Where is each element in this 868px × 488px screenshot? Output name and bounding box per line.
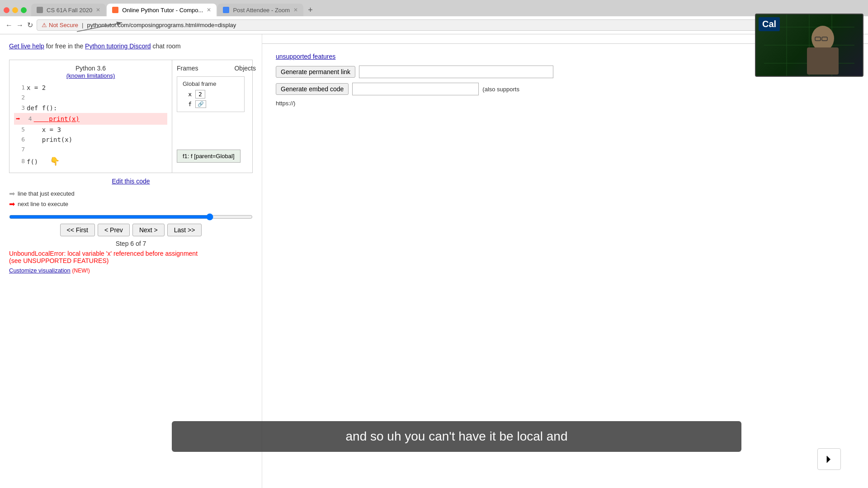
tab-close-pythontutor[interactable]: ✕ xyxy=(207,7,211,13)
code-line-6: 6 print(x) xyxy=(14,135,167,145)
perm-link-input[interactable] xyxy=(359,66,553,78)
tab-close-cs61a[interactable]: ✕ xyxy=(96,7,100,13)
current-line-arrow: ➡ xyxy=(16,113,20,125)
nav-buttons: << First < Prev Next > Last >> xyxy=(9,224,253,236)
also-supports-text: (also supports xyxy=(482,86,519,93)
code-line-4: ➡ 4 print(x) xyxy=(14,113,167,125)
f1-frame-label: f1: f [parent=Global] xyxy=(183,153,235,160)
generate-perm-link-button[interactable]: Generate permanent link xyxy=(276,66,355,78)
legend: ➡ line that just executed ➡ next line to… xyxy=(9,189,253,208)
live-help-bar: Get live help for free in the Python tut… xyxy=(9,39,253,55)
tab-cs61a[interactable]: CS 61A Fall 2020 ✕ xyxy=(31,4,106,16)
prev-button[interactable]: < Prev xyxy=(98,224,130,236)
traffic-light-green[interactable] xyxy=(21,7,27,13)
error-see-prefix: (see xyxy=(9,257,23,264)
tab-bar: CS 61A Fall 2020 ✕ Online Python Tutor -… xyxy=(0,0,868,16)
limitations-link[interactable]: (known limitations) xyxy=(66,72,115,79)
var-x-name: x xyxy=(183,91,192,98)
code-lines: 1 x = 2 2 3 def f(): ➡ xyxy=(14,83,167,168)
tab-label-pythontutor: Online Python Tutor - Compo... xyxy=(122,7,203,14)
frames-objects-panel: Frames Objects Global frame x 2 xyxy=(172,60,262,173)
tab-close-zoom[interactable]: ✕ xyxy=(293,7,298,13)
reload-button[interactable]: ↻ xyxy=(27,21,33,29)
code-line-7: 7 xyxy=(14,145,167,155)
play-button-overlay[interactable]: ⏵ xyxy=(817,448,841,470)
play-icon[interactable]: ⏵ xyxy=(824,453,834,465)
frames-objects-header: Frames Objects xyxy=(177,65,262,72)
tab-pythontutor[interactable]: Online Python Tutor - Compo... ✕ xyxy=(107,4,217,16)
var-f-name: f xyxy=(183,101,192,108)
traffic-light-red[interactable] xyxy=(4,7,9,13)
global-frame-title: Global frame xyxy=(183,80,239,87)
tab-label-cs61a: CS 61A Fall 2020 xyxy=(47,7,92,14)
tab-favicon-pythontutor xyxy=(112,7,118,13)
code-line-8: 8 f() 👇 xyxy=(14,155,167,168)
browser-chrome: CS 61A Fall 2020 ✕ Online Python Tutor -… xyxy=(0,0,868,34)
step-info: Step 6 of 7 xyxy=(9,240,253,247)
customize-viz-link[interactable]: Customize visualization xyxy=(9,267,71,274)
cal-badge: Cal xyxy=(759,17,780,31)
back-button[interactable]: ← xyxy=(5,21,13,29)
code-line-4-content: print(x) xyxy=(34,114,80,124)
frames-viz: Global frame x 2 f 🔗 xyxy=(177,76,262,163)
frames-column: Global frame x 2 f 🔗 xyxy=(177,76,262,163)
code-line-3: 3 def f(): xyxy=(14,103,167,113)
edit-link-container: Edit this code xyxy=(9,178,253,185)
frames-label: Frames xyxy=(177,65,198,72)
arrow-svg xyxy=(181,117,262,144)
frame-row-x: x 2 xyxy=(183,90,239,99)
live-help-middle: for free in the xyxy=(44,42,85,50)
last-button[interactable]: Last >> xyxy=(167,224,202,236)
var-x-value: 2 xyxy=(195,90,205,99)
security-warning: ⚠ Not Secure xyxy=(42,22,78,28)
visualization-container: Python 3.6 (known limitations) 1 x = 2 2 xyxy=(9,60,253,173)
caption-overlay: and so uh you can't have it be local and xyxy=(172,421,741,452)
legend-item-next: ➡ next line to execute xyxy=(9,200,253,208)
objects-label: Objects xyxy=(234,65,255,72)
legend-arrow-gray: ➡ xyxy=(9,189,15,198)
edit-code-link[interactable]: Edit this code xyxy=(112,178,150,185)
customize-link: Customize visualization (NEW!) xyxy=(9,267,253,274)
traffic-light-yellow[interactable] xyxy=(12,7,18,13)
first-button[interactable]: << First xyxy=(60,224,95,236)
legend-next-text: next line to execute xyxy=(18,201,68,207)
step-slider[interactable] xyxy=(9,215,253,219)
code-line-2: 2 xyxy=(14,93,167,103)
legend-executed-text: line that just executed xyxy=(18,190,75,197)
warning-icon: ⚠ xyxy=(42,22,47,28)
tab-zoom[interactable]: Post Attendee - Zoom ✕ xyxy=(217,4,303,16)
unsupported-features-link[interactable]: UNSUPPORTED FEATURES xyxy=(23,257,107,264)
security-text: Not Secure xyxy=(49,22,78,28)
customize-new-badge: (NEW!) xyxy=(72,267,90,274)
forward-button[interactable]: → xyxy=(16,21,24,29)
tab-favicon-cs61a xyxy=(37,7,43,13)
error-see-suffix: ) xyxy=(107,257,109,264)
embed-input[interactable] xyxy=(352,83,479,95)
video-placeholder: Cal xyxy=(756,14,863,76)
live-help-suffix: chat room xyxy=(151,42,181,50)
code-panel: Python 3.6 (known limitations) 1 x = 2 2 xyxy=(9,60,172,173)
global-frame-box: Global frame x 2 f 🔗 xyxy=(177,76,245,112)
embed-code-row: Generate embed code (also supports xyxy=(276,83,854,95)
error-text: UnboundLocalError: local variable 'x' re… xyxy=(9,250,198,257)
code-header: Python 3.6 (known limitations) xyxy=(14,65,167,79)
tab-label-zoom: Post Attendee - Zoom xyxy=(233,7,290,14)
frame-row-f: f 🔗 xyxy=(183,100,239,108)
discord-link[interactable]: Python tutoring Discord xyxy=(85,42,151,50)
address-url[interactable]: pythontutor.com/composingprograms.html#m… xyxy=(87,22,841,28)
f1-frame-box: f1: f [parent=Global] xyxy=(177,150,241,163)
live-help-link[interactable]: Get live help xyxy=(9,42,44,50)
tab-favicon-zoom xyxy=(223,7,229,13)
caption-text: and so uh you can't have it be local and xyxy=(345,429,567,443)
new-tab-button[interactable]: + xyxy=(304,5,316,15)
python-version: Python 3.6 xyxy=(14,65,167,72)
generate-embed-button[interactable]: Generate embed code xyxy=(276,83,349,95)
main-content: Get live help for free in the Python tut… xyxy=(0,34,868,488)
slider-container xyxy=(9,213,253,220)
legend-arrow-red: ➡ xyxy=(9,200,15,208)
code-line-1: 1 x = 2 xyxy=(14,83,167,93)
video-overlay: Cal xyxy=(755,14,863,77)
next-button[interactable]: Next > xyxy=(132,224,165,236)
error-message: UnboundLocalError: local variable 'x' re… xyxy=(9,250,253,264)
code-line-5: 5 x = 3 xyxy=(14,125,167,135)
